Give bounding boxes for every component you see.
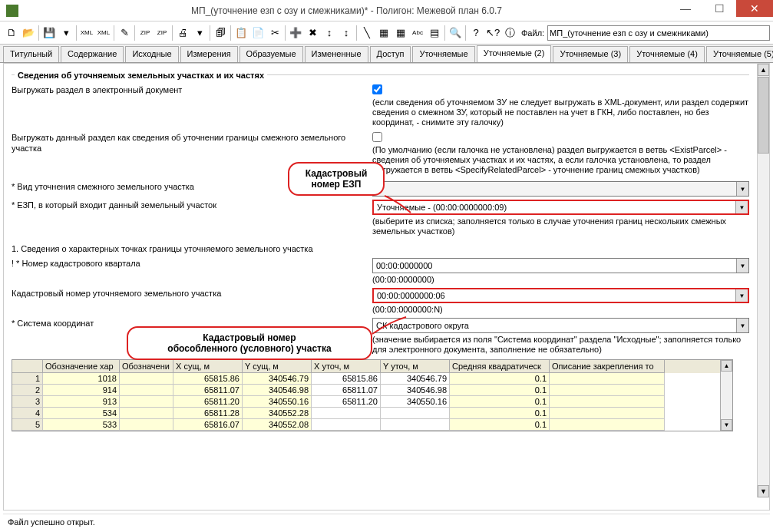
- fieldset-title: Сведения об уточняемых земельных участка…: [15, 71, 267, 80]
- table-row[interactable]: 553365816.07340552.080.1: [12, 419, 732, 431]
- search-icon[interactable]: 🔍: [447, 25, 464, 41]
- help-icon[interactable]: ?: [467, 25, 484, 41]
- save-dropdown-icon[interactable]: ▾: [58, 25, 74, 41]
- chevron-down-icon[interactable]: ▼: [735, 289, 748, 302]
- hint-coordsys: (значение выбирается из поля "Система ко…: [372, 335, 749, 355]
- scroll-thumb[interactable]: [758, 77, 769, 154]
- row-down-icon[interactable]: ↕: [338, 25, 355, 41]
- points-grid[interactable]: Обозначение хар Обозначени X сущ, м Y су…: [12, 359, 733, 431]
- line-icon[interactable]: ╲: [358, 25, 375, 41]
- window-controls: — ☐ ✕: [669, 0, 773, 21]
- tab-utochn-5[interactable]: Уточняемые (5): [706, 46, 773, 63]
- scroll-down-icon[interactable]: ▼: [758, 485, 769, 497]
- print-dropdown-icon[interactable]: ▾: [191, 25, 208, 41]
- open-icon[interactable]: 📂: [20, 25, 37, 41]
- new-icon[interactable]: 🗋: [3, 25, 20, 41]
- preview-icon[interactable]: 🗐: [212, 25, 229, 41]
- tab-utochn-4[interactable]: Уточняемые (4): [629, 46, 705, 63]
- copy-icon[interactable]: 📋: [233, 25, 249, 41]
- grid-header: Обозначение хар Обозначени X сущ, м Y су…: [12, 360, 732, 373]
- zip-in-icon[interactable]: ZIP: [137, 25, 154, 41]
- chevron-down-icon[interactable]: ▼: [735, 201, 748, 213]
- tab-ishodnye[interactable]: Исходные: [125, 46, 178, 63]
- tab-soderzhanie[interactable]: Содержание: [61, 46, 124, 63]
- tab-utochn-3[interactable]: Уточняемые (3): [553, 46, 628, 63]
- cut-icon[interactable]: ✂: [266, 25, 283, 41]
- scroll-down-icon[interactable]: ▼: [721, 419, 732, 431]
- hint-export-section: (если сведения об уточняемом ЗУ не следу…: [372, 97, 749, 127]
- zip-out-icon[interactable]: ZIP: [154, 25, 170, 41]
- chevron-down-icon[interactable]: ▼: [736, 319, 748, 332]
- xml-out-icon[interactable]: XML: [95, 25, 112, 41]
- grid2-icon[interactable]: ▦: [392, 25, 409, 41]
- status-text: Файл успешно открыт.: [8, 517, 95, 527]
- grid-icon[interactable]: ▦: [375, 25, 392, 41]
- file-input[interactable]: [547, 25, 770, 41]
- xml-in-icon[interactable]: XML: [78, 25, 95, 41]
- callout-isolated-number: Кадастровый номер обособленного (условно…: [127, 326, 372, 360]
- combo-quarter[interactable]: ▼: [372, 258, 749, 273]
- content-scrollbar[interactable]: ▲ ▼: [757, 64, 769, 497]
- close-button[interactable]: ✕: [736, 0, 773, 17]
- titlebar: МП_(уточнение езп с озу и смежниками)* -…: [0, 0, 773, 21]
- tab-izmereniya[interactable]: Измерения: [180, 46, 238, 63]
- checkbox-export-section[interactable]: [372, 84, 382, 94]
- callout-ezp-number: Кадастровый номер ЕЗП: [288, 162, 385, 196]
- tabbar: Титульный Содержание Исходные Измерения …: [0, 45, 773, 63]
- combo-ezp[interactable]: ▼: [372, 200, 749, 215]
- maximize-button[interactable]: ☐: [702, 0, 736, 17]
- paste-icon[interactable]: 📄: [249, 25, 266, 41]
- grid-scrollbar[interactable]: ▲ ▼: [720, 360, 732, 431]
- app-icon: [6, 5, 18, 17]
- row-add-icon[interactable]: ➕: [287, 25, 304, 41]
- table-row[interactable]: 391365811.20340550.1665811.20340550.160.…: [12, 396, 732, 408]
- label-ezp: * ЕЗП, в который входит данный земельный…: [12, 200, 372, 210]
- row-del-icon[interactable]: ✖: [304, 25, 321, 41]
- edit-icon[interactable]: ✎: [116, 25, 133, 41]
- label-cadastral: Кадастровый номер уточняемого земельного…: [12, 288, 372, 299]
- content: Сведения об уточняемых земельных участка…: [3, 63, 770, 511]
- file-label: Файл:: [521, 28, 544, 38]
- hint-quarter: (00:00:0000000): [372, 275, 749, 285]
- scroll-up-icon[interactable]: ▲: [758, 64, 769, 76]
- combo-cadastral[interactable]: ▼: [372, 288, 749, 303]
- tab-obrazuemye[interactable]: Образуемые: [239, 46, 303, 63]
- abc-icon[interactable]: Abc: [409, 25, 426, 41]
- tab-titulny[interactable]: Титульный: [3, 46, 59, 63]
- combo-coordsys[interactable]: ▼: [372, 318, 749, 333]
- toolbar: 🗋 📂 💾 ▾ XML XML ✎ ZIP ZIP 🖨 ▾ 🗐 📋 📄 ✂ ➕ …: [0, 21, 773, 45]
- fieldset: Сведения об уточняемых земельных участка…: [12, 74, 749, 431]
- row-up-icon[interactable]: ↕: [321, 25, 338, 41]
- table-row[interactable]: 1101865815.86340546.7965815.86340546.790…: [12, 373, 732, 385]
- label-export-section: Выгружать раздел в электронный документ: [12, 84, 372, 95]
- tab-utochn-2[interactable]: Уточняемые (2): [477, 45, 552, 63]
- label-quarter: ! * Номер кадастрового квартала: [12, 258, 372, 269]
- hint-export-adjacent: (По умолчанию (если галочка не установле…: [372, 145, 749, 175]
- hint-cadastral: (00:00:0000000:N): [372, 305, 749, 315]
- window-title: МП_(уточнение езп с озу и смежниками)* -…: [25, 5, 669, 16]
- hint-ezp: (выберите из списка; заполняется только …: [372, 216, 749, 236]
- statusbar: Файл успешно открыт.: [3, 514, 770, 529]
- chevron-down-icon[interactable]: ▼: [736, 259, 748, 273]
- print-icon[interactable]: 🖨: [174, 25, 191, 41]
- combo-adj-kind[interactable]: ▼: [372, 181, 749, 197]
- save-icon[interactable]: 💾: [41, 25, 58, 41]
- minimize-button[interactable]: —: [669, 0, 702, 17]
- tab-utochn[interactable]: Уточняемые: [412, 46, 474, 63]
- label-export-adjacent: Выгружать данный раздел как сведения об …: [12, 132, 372, 154]
- checkbox-export-adjacent[interactable]: [372, 132, 382, 142]
- misc-icon[interactable]: ▤: [426, 25, 443, 41]
- tab-izmenennye[interactable]: Измененные: [305, 46, 368, 63]
- table-row[interactable]: 291465811.07340546.9865811.07340546.980.…: [12, 385, 732, 396]
- scroll-up-icon[interactable]: ▲: [721, 360, 732, 372]
- info-icon[interactable]: ⓘ: [501, 25, 518, 41]
- tab-dostup[interactable]: Доступ: [370, 46, 411, 63]
- section-1-heading: 1. Сведения о характерных точках границы…: [12, 244, 749, 253]
- chevron-down-icon[interactable]: ▼: [736, 182, 748, 196]
- help-arrow-icon[interactable]: ↖?: [484, 25, 501, 41]
- table-row[interactable]: 453465811.28340552.280.1: [12, 408, 732, 419]
